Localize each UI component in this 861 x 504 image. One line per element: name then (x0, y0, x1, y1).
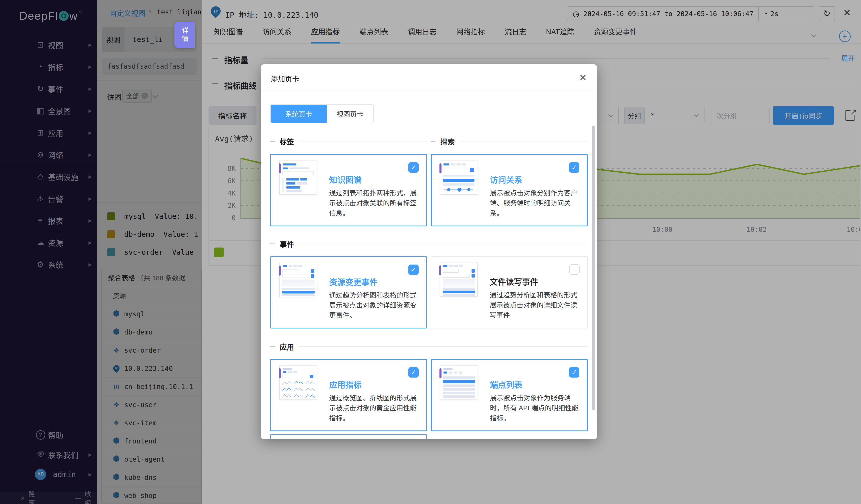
app-metrics-thumbnail (279, 366, 317, 399)
modal-scrollbar[interactable] (592, 125, 595, 410)
card-endpoint-list[interactable]: ✓ 端点列表 展示被点击对象作为服务端时，所有 API 端点的明细性能指标。 (431, 359, 588, 431)
event-table-thumbnail (279, 263, 317, 297)
endpoint-list-thumbnail (440, 366, 478, 399)
section-header-label: 标签 (270, 137, 427, 146)
knowledge-graph-thumbnail (279, 161, 317, 195)
card-type-switch: 系统页卡 视图页卡 (270, 104, 374, 123)
section-dash-icon (270, 141, 275, 142)
section-dash-icon (431, 141, 435, 142)
divider (299, 141, 427, 141)
drawer-backdrop (97, 0, 202, 504)
divider (299, 244, 588, 244)
checkbox-unchecked-icon[interactable] (569, 264, 579, 275)
details-drawer-handle[interactable]: 详情 (175, 22, 195, 48)
access-relation-thumbnail (440, 161, 478, 195)
close-icon[interactable]: × (579, 71, 586, 84)
divider (299, 346, 588, 347)
card-partial[interactable] (270, 434, 427, 439)
divider (460, 141, 588, 141)
checkbox-checked-icon[interactable]: ✓ (408, 264, 419, 275)
modal-header: 添加页卡 × (261, 64, 597, 91)
section-header-explore: 探索 (431, 137, 588, 146)
section-header-application: 应用 (270, 342, 588, 351)
section-header-events: 事件 (270, 240, 588, 248)
modal-body: 系统页卡 视图页卡 标签 探索 (270, 92, 588, 439)
section-dash-icon (270, 244, 275, 244)
add-card-modal: 添加页卡 × 系统页卡 视图页卡 标签 探索 (261, 64, 597, 439)
checkbox-checked-icon[interactable]: ✓ (569, 162, 579, 173)
checkbox-checked-icon[interactable]: ✓ (408, 367, 419, 378)
section-dash-icon (270, 346, 275, 347)
tab-system-cards[interactable]: 系统页卡 (271, 105, 327, 123)
modal-title: 添加页卡 (271, 73, 299, 84)
tab-view-cards[interactable]: 视图页卡 (327, 105, 373, 123)
card-app-metrics[interactable]: ✓ 应用指标 通过概览图、折线图的形式展示被点击对象的黄金应用性能指标。 (270, 359, 427, 431)
event-table-thumbnail (440, 262, 478, 297)
checkbox-checked-icon[interactable]: ✓ (408, 162, 419, 173)
card-file-rw-events[interactable]: 文件读写事件 通过趋势分析图和表格的形式展示被点击对象的详细文件读写事件 (431, 256, 588, 328)
card-resource-change-events[interactable]: ✓ 资源变更事件 通过趋势分析图和表格的形式展示被点击对象的详细资源变更事件。 (270, 256, 427, 328)
card-access-relation[interactable]: ✓ 访问关系 展示被点击对象分别作为客户端、服务端时的明细访问关系。 (431, 154, 588, 226)
checkbox-checked-icon[interactable]: ✓ (569, 367, 579, 378)
card-knowledge-graph[interactable]: ✓ 知识图谱 通过列表和拓扑两种形式，展示被点击对象关联的所有标签信息。 (270, 154, 427, 226)
